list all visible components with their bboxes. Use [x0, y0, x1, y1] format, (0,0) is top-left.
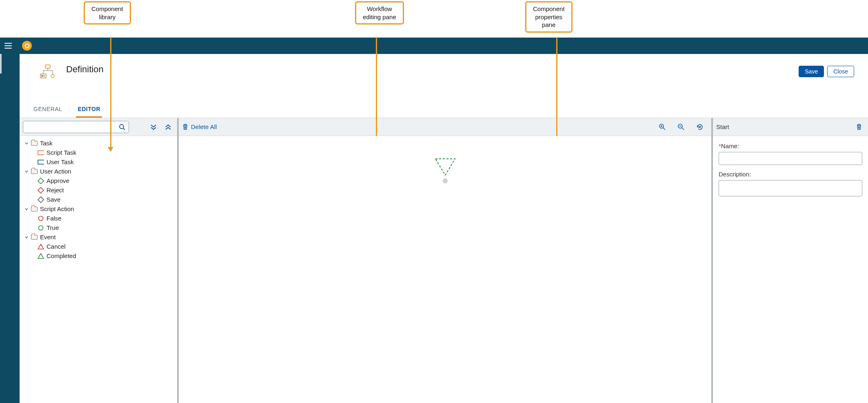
folder-icon: [31, 207, 38, 212]
tree-item[interactable]: Reject: [20, 185, 177, 195]
tree-item[interactable]: True: [20, 223, 177, 232]
description-field: Description:: [719, 171, 862, 198]
library-search-button[interactable]: [115, 121, 129, 133]
tree-item[interactable]: Completed: [20, 251, 177, 261]
search-icon: [119, 124, 125, 130]
zoom-out-button[interactable]: [675, 121, 687, 133]
trash-icon: [856, 124, 862, 130]
name-field: *Name:: [719, 142, 862, 165]
diamond-icon: [38, 178, 44, 183]
product-logo[interactable]: [22, 41, 32, 51]
circle-icon: [38, 225, 44, 230]
chevron-double-up-icon: [164, 123, 172, 131]
tree-item[interactable]: False: [20, 214, 177, 223]
zoom-in-button[interactable]: [657, 121, 668, 133]
tree-group[interactable]: Task: [20, 138, 177, 148]
tree-item-label: Completed: [47, 252, 76, 259]
annotation-arrow-canvas: [376, 37, 377, 148]
folder-icon: [31, 169, 38, 174]
properties-pane: Start *Name: Description:: [713, 118, 868, 403]
workflow-canvas-pane: Delete All: [179, 118, 713, 403]
tree-group[interactable]: Script Action: [20, 204, 177, 214]
tab-general[interactable]: GENERAL: [32, 102, 64, 118]
annotation-library-text: Componentlibrary: [91, 5, 123, 20]
tree-group-label: Task: [40, 140, 53, 147]
page-header: Definition Save Close: [20, 54, 868, 81]
delete-all-button[interactable]: Delete All: [182, 123, 217, 130]
annotation-arrow-library: [110, 37, 111, 148]
name-label: *Name:: [719, 142, 862, 149]
tree-group[interactable]: Event: [20, 232, 177, 242]
annotation-arrow-properties: [556, 37, 557, 148]
svg-line-5: [123, 128, 125, 130]
tree-item-label: Script Task: [47, 149, 76, 156]
reset-view-button[interactable]: [694, 121, 706, 133]
name-input[interactable]: [719, 152, 862, 165]
svg-point-3: [51, 74, 54, 78]
svg-point-9: [39, 225, 43, 230]
properties-title: Start: [716, 123, 729, 130]
triangle-icon: [38, 254, 44, 258]
tree-group[interactable]: User Action: [20, 167, 177, 176]
tree-group-label: Event: [40, 234, 55, 240]
svg-rect-7: [38, 160, 44, 164]
tab-bar: GENERAL EDITOR: [20, 102, 868, 118]
svg-point-19: [443, 178, 448, 183]
tree-item[interactable]: Script Task: [20, 148, 177, 157]
start-node[interactable]: [433, 156, 457, 186]
annotation-box-properties: Componentpropertiespane: [525, 1, 573, 33]
page-title: Definition: [66, 64, 104, 75]
hamburger-menu-button[interactable]: [3, 41, 13, 51]
tree-item[interactable]: User Task: [20, 157, 177, 167]
tree-item[interactable]: Approve: [20, 176, 177, 185]
properties-toolbar: Start: [713, 118, 868, 136]
svg-rect-0: [45, 65, 50, 68]
properties-delete-button[interactable]: [853, 121, 865, 133]
circle-icon: [38, 216, 44, 221]
tree-item-label: User Task: [47, 158, 73, 165]
close-button[interactable]: Close: [827, 66, 854, 77]
tree-item-label: Cancel: [47, 243, 66, 250]
tree-item-label: Approve: [47, 177, 69, 184]
annotation-canvas-text: Workflowediting pane: [363, 5, 396, 20]
content-area: Definition Save Close GENERAL EDITOR: [20, 54, 868, 403]
diamond-icon: [38, 188, 44, 193]
rect-icon: [38, 160, 44, 165]
caret-icon[interactable]: [24, 235, 29, 239]
properties-form: *Name: Description:: [713, 136, 868, 204]
folder-icon: [31, 235, 38, 240]
svg-line-11: [663, 128, 665, 130]
library-toolbar: [20, 118, 177, 136]
diamond-icon: [38, 197, 44, 202]
chevron-double-down-icon: [150, 123, 157, 131]
description-label: Description:: [719, 171, 862, 178]
tree-item-label: True: [47, 224, 59, 231]
tree-item[interactable]: Cancel: [20, 242, 177, 251]
tab-editor[interactable]: EDITOR: [76, 102, 102, 118]
workflow-canvas[interactable]: [179, 136, 711, 403]
triangle-icon: [38, 244, 44, 249]
canvas-toolbar: Delete All: [179, 118, 711, 136]
delete-all-label: Delete All: [191, 123, 217, 130]
app-topbar: [0, 38, 868, 54]
caret-icon[interactable]: [24, 207, 29, 211]
library-search-input[interactable]: [23, 121, 115, 133]
caret-icon[interactable]: [24, 141, 29, 145]
annotation-properties-text: Componentpropertiespane: [533, 5, 565, 28]
app-body: Definition Save Close GENERAL EDITOR: [0, 54, 868, 403]
left-rail: [0, 54, 20, 403]
annotation-box-canvas: Workflowediting pane: [355, 1, 404, 24]
tree-item-label: Reject: [47, 187, 64, 194]
zoom-in-icon: [659, 123, 666, 131]
annotation-box-library: Componentlibrary: [84, 1, 131, 24]
tree-item[interactable]: Save: [20, 195, 177, 204]
save-button[interactable]: Save: [799, 66, 824, 77]
collapse-all-button[interactable]: [162, 121, 174, 133]
svg-line-15: [682, 128, 684, 130]
expand-all-button[interactable]: [148, 121, 159, 133]
caret-icon[interactable]: [24, 169, 29, 174]
svg-point-4: [120, 125, 124, 129]
rect-icon: [38, 150, 44, 155]
description-input[interactable]: [719, 180, 862, 196]
annotation-zone: Componentlibrary Workflowediting pane Co…: [0, 0, 868, 38]
